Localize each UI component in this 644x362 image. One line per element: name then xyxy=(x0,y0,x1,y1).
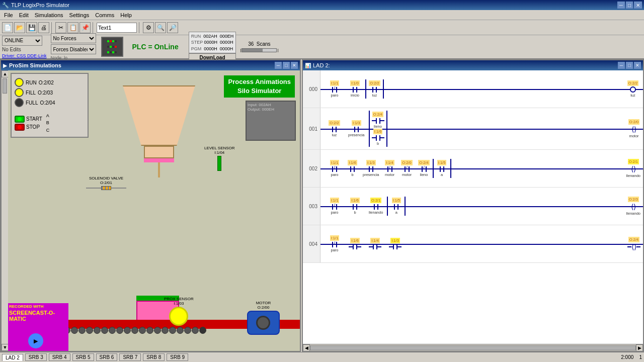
sym-llenando-003 xyxy=(370,204,382,210)
level-sensor-bar xyxy=(217,156,221,171)
line-r xyxy=(410,168,414,169)
line-l xyxy=(349,246,353,247)
roller xyxy=(101,327,108,334)
name-luz-branch: luz xyxy=(372,93,377,98)
tab-srb6[interactable]: SRB 6 xyxy=(96,353,118,361)
config-btn[interactable]: ⚙ xyxy=(143,22,154,33)
close-btn[interactable]: ✕ xyxy=(634,2,642,9)
line-r xyxy=(357,89,361,90)
menu-comms[interactable]: Comms xyxy=(92,10,117,20)
stop-button-row[interactable]: STOP xyxy=(15,124,42,131)
tab-srb8[interactable]: SRB 8 xyxy=(143,353,165,361)
tab-srb9[interactable]: SRB 9 xyxy=(167,353,188,361)
text-input[interactable] xyxy=(97,23,137,33)
pgm-addr1: 0000H xyxy=(204,46,217,51)
coil-output-004: O:2/4 ⟨⟩ xyxy=(627,237,640,251)
prosim-restore-btn[interactable]: □ xyxy=(283,62,290,69)
lad-close-btn[interactable]: ✕ xyxy=(634,62,641,69)
lad-panel: 📊 LAD 2: ─ □ ✕ 000 I:1/1 xyxy=(302,59,644,352)
tab-srb7[interactable]: SRB 7 xyxy=(119,353,141,361)
forces-disabled-select[interactable]: Forces Disabled xyxy=(51,44,96,54)
sep1 xyxy=(51,22,53,33)
coil-name-motor: motor xyxy=(629,134,638,138)
scroll-down-btn[interactable]: ▼ xyxy=(2,344,9,351)
scroll-up-btn[interactable]: ▲ xyxy=(2,70,9,77)
sep3 xyxy=(139,22,141,33)
line-r xyxy=(636,206,640,207)
line-l xyxy=(372,137,376,138)
lad-scroll-right[interactable]: ▶ xyxy=(636,344,643,351)
menu-edit[interactable]: Edit xyxy=(16,10,32,20)
lad-restore-btn[interactable]: □ xyxy=(626,62,633,69)
roller xyxy=(86,327,93,334)
coil-tag-o20: O:2/0 xyxy=(628,119,639,125)
print-btn[interactable]: 🖨 xyxy=(38,22,49,33)
zoom-out-btn[interactable]: 🔎 xyxy=(167,22,178,33)
funnel-body xyxy=(119,85,199,146)
menu-help[interactable]: Help xyxy=(117,10,135,20)
rung-003: 003 I:1/1 / xyxy=(303,188,643,225)
lad-hscrollbar[interactable]: ◀ ▶ xyxy=(303,344,643,351)
line-r xyxy=(636,246,640,247)
lad-hscroll-thumb[interactable] xyxy=(310,345,636,350)
tab-srb3[interactable]: SRB 3 xyxy=(25,353,47,361)
line-r xyxy=(380,137,384,138)
line-r xyxy=(398,206,403,207)
name-inicio: inicio xyxy=(351,93,359,98)
character-area: RECORDED WITH SCREENCAST-O-MATIC ▶ xyxy=(8,303,68,351)
prosim-title: ProSim Simulations xyxy=(9,62,61,68)
title-text: TLP LogixPro Simulator xyxy=(11,2,616,8)
minimize-btn[interactable]: ─ xyxy=(617,2,625,9)
process-title-line2: Silo Simulator xyxy=(228,86,291,96)
zoom-in-btn[interactable]: 🔍 xyxy=(155,22,166,33)
motor-body xyxy=(247,311,280,335)
new-btn[interactable]: 📄 xyxy=(2,22,13,33)
line-r xyxy=(636,89,640,90)
start-inner-led xyxy=(18,117,22,121)
prosim-minimize-btn[interactable]: ─ xyxy=(275,62,282,69)
tab-srb4[interactable]: SRB 4 xyxy=(49,353,70,361)
line-l xyxy=(390,206,394,207)
restore-btn[interactable]: □ xyxy=(626,2,633,9)
scroll-thumb[interactable] xyxy=(3,78,7,94)
driver-link[interactable]: Driver: CSS DDE-Link xyxy=(2,53,47,58)
tab-lad2[interactable]: LAD 2 xyxy=(2,354,23,361)
line-r xyxy=(337,206,341,207)
forces-select[interactable]: No Forces xyxy=(51,33,96,43)
save-btn[interactable]: 💾 xyxy=(26,22,37,33)
screencast-icon: ▶ xyxy=(28,333,43,348)
elem-paro-004: I:1/1 / paro xyxy=(328,235,341,252)
tab-srb5[interactable]: SRB 5 xyxy=(72,353,94,361)
start-button-row[interactable]: START xyxy=(15,116,42,123)
prosim-scrollbar-left[interactable]: ▲ ▼ xyxy=(1,70,8,351)
copy-btn[interactable]: 📋 xyxy=(67,22,78,33)
menu-settings[interactable]: Settings xyxy=(66,10,93,20)
silo-funnel xyxy=(119,85,199,177)
lad-scroll-left[interactable]: ◀ xyxy=(303,344,310,351)
elem-o24-branch: O:2/4 lleno xyxy=(372,112,384,129)
elem-paro-003: I:1/1 / paro xyxy=(328,198,341,215)
sym-nc-o20-002: / xyxy=(400,166,414,172)
elem-paro-002: I:1/1 / paro xyxy=(328,160,341,177)
lad-title-bar: 📊 LAD 2: ─ □ ✕ xyxy=(303,60,643,70)
rung-body-000: I:1/1 / paro xyxy=(320,70,643,108)
cut-btn[interactable]: ✂ xyxy=(55,22,66,33)
run-indicator: RUN O:2/02 xyxy=(15,78,85,87)
prosim-close-btn[interactable]: ✕ xyxy=(291,62,298,69)
name-presencia-001: presencia xyxy=(348,133,365,137)
online-mode-select[interactable]: ONLINE xyxy=(2,36,42,46)
start-led-green xyxy=(15,116,25,123)
line-l xyxy=(627,206,631,207)
open-btn[interactable]: 📂 xyxy=(14,22,25,33)
lad-minimize-btn[interactable]: ─ xyxy=(618,62,625,69)
paste-btn[interactable]: 📌 xyxy=(79,22,91,33)
plc-output: 000EH xyxy=(262,107,274,112)
plc-hardware-icon xyxy=(101,37,123,57)
stop-led-red xyxy=(15,124,25,131)
menu-file[interactable]: File xyxy=(1,10,16,20)
tag-i16-003: I:1/6 xyxy=(350,198,360,203)
recorded-with: RECORDED WITH xyxy=(8,303,68,310)
arrow-coil-001: ⟨⟩ xyxy=(631,125,636,133)
line-r xyxy=(357,206,361,207)
menu-simulations[interactable]: Simulations xyxy=(32,10,66,20)
